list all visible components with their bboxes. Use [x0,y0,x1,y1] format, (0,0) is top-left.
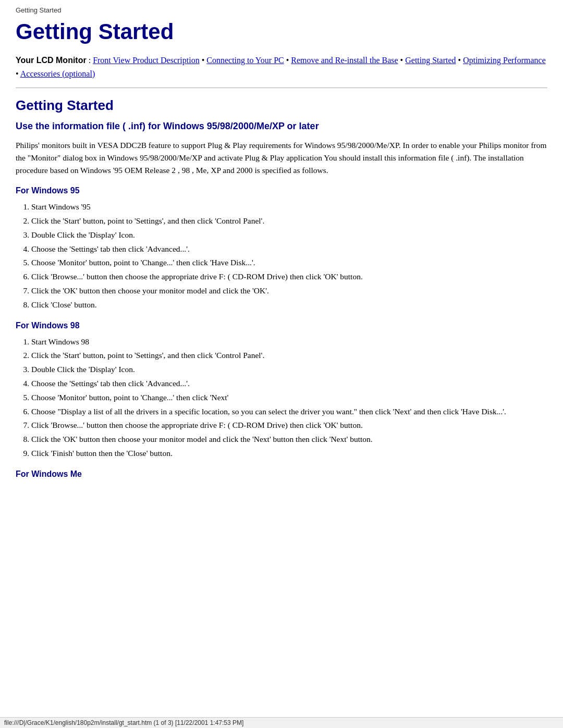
list-item: Click 'Close' button. [31,299,547,312]
list-item: Choose the 'Settings' tab then click 'Ad… [31,377,547,390]
list-item: Click 'Browse...' button then choose the… [31,419,547,432]
list-item: Choose the 'Settings' tab then click 'Ad… [31,243,547,256]
section-title: Getting Started [16,97,547,114]
windows-98-steps: Start Windows 98 Click the 'Start' butto… [31,336,547,460]
nav-sep-1: • [202,56,207,65]
nav-colon: : [89,56,93,65]
list-item: Click the 'Start' button, point to 'Sett… [31,215,547,228]
windows-98-title: For Windows 98 [16,321,547,330]
windows-me-title: For Windows Me [16,470,547,479]
list-item: Double Click the 'Display' Icon. [31,363,547,376]
list-item: Choose "Display a list of all the driver… [31,405,547,418]
intro-paragraph: Philips' monitors built in VESA DDC2B fe… [16,139,547,177]
list-item: Click 'Finish' button then the 'Close' b… [31,447,547,460]
list-item: Double Click the 'Display' Icon. [31,229,547,242]
windows-95-steps: Start Windows '95 Click the 'Start' butt… [31,201,547,311]
nav-sep-2: • [286,56,291,65]
list-item: Start Windows 98 [31,336,547,349]
nav-link-getting-started[interactable]: Getting Started [405,56,456,65]
windows-95-title: For Windows 95 [16,186,547,195]
nav-prefix: Your LCD Monitor [16,56,87,65]
list-item: Start Windows '95 [31,201,547,214]
nav-section: Your LCD Monitor : Front View Product De… [16,54,547,80]
list-item: Click the 'Start' button, point to 'Sett… [31,349,547,362]
nav-sep-5: • [16,69,20,78]
nav-link-front-view[interactable]: Front View Product Description [93,56,200,65]
nav-sep-4: • [458,56,463,65]
list-item: Choose 'Monitor' button, point to 'Chang… [31,391,547,404]
nav-link-connecting[interactable]: Connecting to Your PC [206,56,284,65]
divider [16,88,547,88]
status-bar: file:///D|/Grace/K1/english/180p2m/insta… [0,717,563,728]
nav-link-accessories[interactable]: Accessories (optional) [20,69,95,78]
list-item: Click 'Browse...' button then choose the… [31,270,547,283]
browser-tab: Getting Started [16,5,547,15]
list-item: Click the 'OK' button then choose your m… [31,285,547,298]
subsection-title: Use the information file ( .inf) for Win… [16,121,547,132]
nav-link-remove[interactable]: Remove and Re-install the Base [291,56,398,65]
nav-link-optimizing[interactable]: Optimizing Performance [463,56,546,65]
list-item: Choose 'Monitor' button, point to 'Chang… [31,256,547,269]
page-title: Getting Started [16,19,547,44]
nav-sep-3: • [400,56,406,65]
list-item: Click the 'OK' button then choose your m… [31,433,547,446]
